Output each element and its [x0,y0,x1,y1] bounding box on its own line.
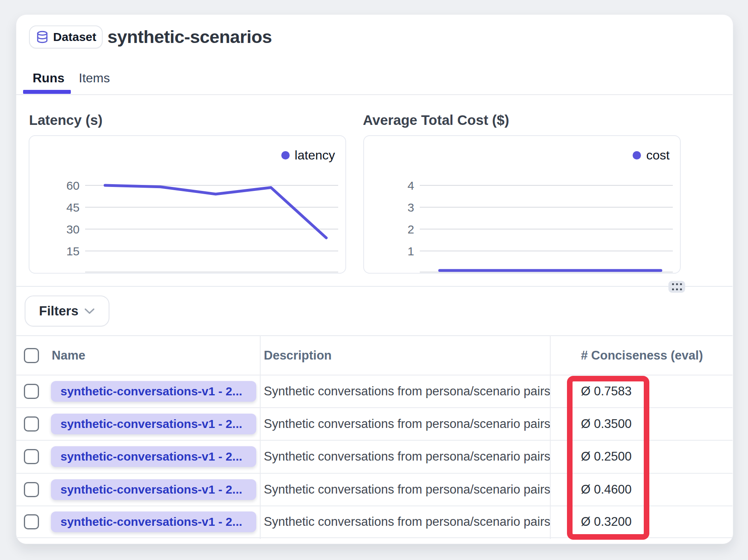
cost-chart-card: 4321 cost [363,135,681,274]
badge-label: Dataset [53,30,96,44]
svg-text:45: 45 [66,201,80,214]
cost-legend-label: cost [646,148,670,163]
section-divider [16,286,732,287]
database-icon [35,30,49,44]
row-checkbox[interactable] [24,416,39,432]
row-checkbox[interactable] [24,514,39,529]
page-background: Dataset synthetic-scenarios Runs Items L… [0,0,748,560]
conciseness-value: Ø 0.3500 [581,417,632,431]
run-name-label: synthetic-conversations-v1 - 2... [60,515,242,529]
chevron-down-icon [84,308,95,315]
conciseness-value: Ø 0.2500 [581,449,632,464]
page-title: synthetic-scenarios [107,26,272,48]
cost-legend-dot-icon [633,151,641,159]
run-name-pill[interactable]: synthetic-conversations-v1 - 2... [51,414,256,434]
table-row: synthetic-conversations-v1 - 2... Synthe… [16,375,732,407]
filters-label: Filters [39,303,78,319]
cost-chart-title: Average Total Cost ($) [363,112,509,128]
column-header-conciseness: # Conciseness (eval) [581,348,703,363]
table-row: synthetic-conversations-v1 - 2... Synthe… [16,440,732,472]
column-header-description: Description [264,348,332,363]
tabs-divider [16,94,732,95]
run-description: Synthetic conversations from persona/sce… [264,482,550,497]
column-divider [260,335,261,539]
run-name-label: synthetic-conversations-v1 - 2... [60,450,242,463]
run-description: Synthetic conversations from persona/sce… [264,515,550,529]
row-checkbox[interactable] [24,482,39,497]
latency-legend-label: latency [295,148,335,163]
run-name-pill[interactable]: synthetic-conversations-v1 - 2... [51,446,256,467]
run-name-label: synthetic-conversations-v1 - 2... [60,483,242,496]
conciseness-value: Ø 0.4600 [581,482,632,497]
run-description: Synthetic conversations from persona/sce… [264,384,550,399]
filters-button[interactable]: Filters [25,296,109,327]
table-header-row: Name Description # Conciseness (eval) [16,335,732,375]
run-name-pill[interactable]: synthetic-conversations-v1 - 2... [51,511,256,532]
active-tab-underline [23,90,71,94]
svg-text:1: 1 [407,245,414,258]
run-name-pill[interactable]: synthetic-conversations-v1 - 2... [51,381,256,402]
run-name-label: synthetic-conversations-v1 - 2... [60,417,242,431]
run-name-pill[interactable]: synthetic-conversations-v1 - 2... [51,479,256,500]
latency-legend-dot-icon [281,151,290,159]
svg-text:4: 4 [407,179,414,192]
conciseness-value: Ø 0.3200 [581,515,632,529]
select-all-checkbox[interactable] [24,348,39,363]
cost-legend: cost [633,148,670,163]
table-row: synthetic-conversations-v1 - 2... Synthe… [16,473,732,506]
dataset-badge: Dataset [29,25,103,49]
svg-text:3: 3 [407,201,414,214]
table-row: synthetic-conversations-v1 - 2... Synthe… [16,407,732,440]
run-description: Synthetic conversations from persona/sce… [264,449,550,464]
row-checkbox[interactable] [24,384,39,399]
svg-text:30: 30 [66,223,80,236]
row-checkbox[interactable] [24,449,39,464]
svg-text:60: 60 [66,179,80,192]
table-row: synthetic-conversations-v1 - 2... Synthe… [16,506,732,538]
latency-chart-card: 60453015 latency [29,135,346,274]
tab-runs[interactable]: Runs [33,70,64,86]
resize-drag-handle[interactable] [668,281,685,293]
latency-chart-title: Latency (s) [29,112,103,128]
svg-text:15: 15 [66,245,80,258]
column-divider [550,335,551,539]
svg-text:2: 2 [407,223,414,236]
run-description: Synthetic conversations from persona/sce… [264,417,550,431]
latency-legend: latency [281,148,335,163]
run-name-label: synthetic-conversations-v1 - 2... [60,385,242,398]
column-header-name: Name [52,348,85,363]
tab-items[interactable]: Items [79,70,110,86]
conciseness-value: Ø 0.7583 [581,384,632,399]
